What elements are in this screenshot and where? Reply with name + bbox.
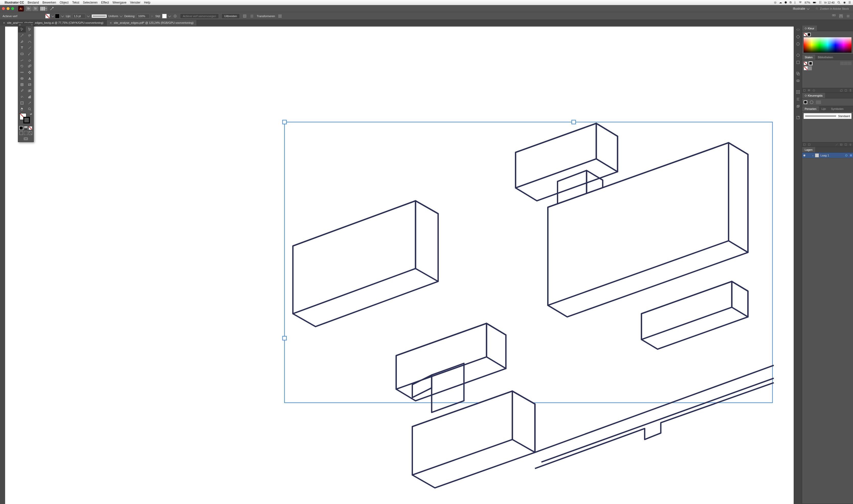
mesh-tool[interactable] <box>18 82 26 88</box>
chevron-down-icon[interactable] <box>87 14 89 17</box>
swatch-stroke[interactable] <box>809 61 812 65</box>
menu-bewerken[interactable]: Bewerken <box>42 1 56 4</box>
delete-brush-icon[interactable] <box>849 143 852 146</box>
artboards-panel-icon[interactable] <box>795 78 801 84</box>
shaper-tool[interactable] <box>18 57 26 63</box>
new-swatch-icon[interactable] <box>844 89 847 92</box>
window-close-button[interactable] <box>2 7 5 10</box>
stroke-weight-input[interactable] <box>73 14 85 18</box>
rectangle-tool[interactable] <box>18 51 26 57</box>
pathfinder-panel-icon[interactable] <box>795 103 801 109</box>
shape-builder-tool[interactable] <box>18 75 26 82</box>
swatch-libraries-icon[interactable] <box>803 89 806 92</box>
eraser-tool[interactable] <box>26 57 34 63</box>
gradient-tool[interactable] <box>26 82 34 88</box>
recolor-artwork-icon[interactable] <box>173 14 177 18</box>
appearance-panel-icon[interactable] <box>795 52 801 58</box>
wifi-icon[interactable] <box>799 1 802 4</box>
info-panel-icon[interactable] <box>795 41 801 47</box>
artboard[interactable] <box>5 26 794 504</box>
rotate-tool[interactable] <box>18 63 26 69</box>
panel-tab-penselen[interactable]: Penselen <box>802 106 819 111</box>
visibility-icon[interactable]: ◉ <box>803 154 807 157</box>
curvature-tool[interactable] <box>26 39 34 45</box>
tools-panel[interactable]: × » ⇄ <box>18 23 34 142</box>
tray-display-icon[interactable]: ☷ <box>819 1 821 4</box>
menu-venster[interactable]: Venster <box>130 1 140 4</box>
draw-behind-icon[interactable] <box>24 131 28 135</box>
panel-tab-lijn[interactable]: Lijn <box>819 106 829 111</box>
draw-normal-icon[interactable] <box>19 131 23 135</box>
brush-options-icon[interactable] <box>840 143 843 146</box>
clock[interactable]: Vr 12:40 <box>824 1 835 4</box>
lasso-tool[interactable] <box>26 33 34 39</box>
magic-wand-tool[interactable] <box>18 33 26 39</box>
panel-tab-bibliotheken[interactable]: Bibliotheken <box>815 54 836 60</box>
base-color-swatch[interactable] <box>804 101 807 104</box>
draw-inside-icon[interactable] <box>29 131 32 135</box>
selection-tool[interactable] <box>18 26 26 33</box>
isolate-group-icon[interactable] <box>243 14 247 18</box>
stroke-profile-preview[interactable] <box>91 14 107 18</box>
collapse-icon[interactable]: » <box>31 23 33 26</box>
panel-tab-lagen[interactable]: Lagen <box>802 147 815 152</box>
stroke-color-swatch[interactable] <box>23 117 30 123</box>
menu-bestand[interactable]: Bestand <box>28 1 39 4</box>
new-group-icon[interactable] <box>840 89 843 92</box>
panel-tab-symbolen[interactable]: Symbolen <box>829 106 846 111</box>
eyedropper-tool[interactable] <box>18 88 26 94</box>
tools-panel-header[interactable]: × » <box>18 23 34 26</box>
line-tool[interactable] <box>26 45 34 51</box>
window-minimize-button[interactable] <box>7 7 10 10</box>
siri-icon[interactable]: ◉ <box>843 1 846 4</box>
delete-swatch-icon[interactable] <box>849 89 852 92</box>
opacity-input[interactable] <box>137 14 149 18</box>
close-tab-icon[interactable]: × <box>110 21 112 25</box>
swap-fill-stroke-icon[interactable]: ⇄ <box>30 113 32 115</box>
swatch-options-icon[interactable] <box>812 89 815 92</box>
brush-item[interactable]: Standaard <box>804 113 851 119</box>
dock-option2-icon[interactable] <box>839 14 843 18</box>
canvas-viewport[interactable] <box>0 25 794 504</box>
expand-button[interactable]: Uitbreiden <box>221 14 240 19</box>
chevron-down-icon[interactable] <box>120 14 123 17</box>
fill-swatch[interactable] <box>45 14 50 18</box>
paintbrush-tool[interactable] <box>26 51 34 57</box>
harmony-strip[interactable] <box>816 101 821 104</box>
zoom-tool[interactable] <box>26 106 34 112</box>
dock-option-icon[interactable] <box>832 14 836 18</box>
panel-tab-stalen[interactable]: Stalen <box>802 54 815 60</box>
layer-name[interactable]: Laag 1 <box>820 154 829 157</box>
swatch-item[interactable] <box>804 66 808 70</box>
tray-cc-icon[interactable]: ☁ <box>779 1 782 4</box>
target-icon[interactable] <box>845 155 847 157</box>
stroke-swatch[interactable] <box>55 14 59 18</box>
close-icon[interactable]: × <box>19 23 21 26</box>
gpu-preview-icon[interactable] <box>49 6 54 11</box>
color-fill-swatch[interactable] <box>804 33 807 36</box>
artboard-tool[interactable] <box>18 100 26 106</box>
color-mode-solid[interactable] <box>19 126 23 130</box>
close-tab-icon[interactable]: × <box>3 21 5 25</box>
swatch-fill[interactable] <box>804 61 807 65</box>
graphic-style-swatch[interactable] <box>162 14 167 18</box>
transform-panel-icon[interactable] <box>795 89 801 95</box>
notification-center-icon[interactable]: ☰ <box>848 1 851 4</box>
type-tool[interactable] <box>18 45 26 51</box>
document-tab[interactable]: × site_analyse_edges.pdf* @ 120,24% (RGB… <box>107 20 197 25</box>
swatch-item[interactable] <box>808 66 812 70</box>
bluetooth-icon[interactable]: ᛒ <box>794 1 796 4</box>
align-icon[interactable] <box>250 14 254 18</box>
window-zoom-button[interactable] <box>11 7 14 10</box>
chevron-down-icon[interactable] <box>51 14 54 17</box>
document-tab[interactable]: × site_analyse_shades_edges_bezig.ai @ 7… <box>0 20 107 25</box>
perspective-grid-tool[interactable] <box>26 75 34 82</box>
slice-tool[interactable] <box>26 100 34 106</box>
graphic-styles-panel-icon[interactable] <box>795 59 801 66</box>
properties-panel-icon[interactable] <box>795 34 801 40</box>
dock-expand-icon[interactable] <box>795 26 801 33</box>
column-graph-tool[interactable] <box>26 94 34 100</box>
tray-icon[interactable]: ◎ <box>774 1 777 4</box>
layer-row[interactable]: ◉ › Laag 1 <box>802 152 853 158</box>
menu-effect[interactable]: Effect <box>101 1 109 4</box>
